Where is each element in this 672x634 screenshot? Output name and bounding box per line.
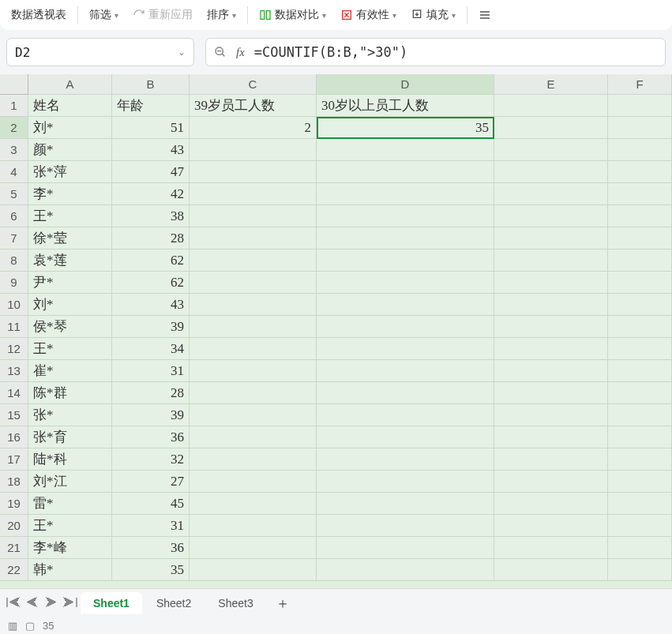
row-header[interactable]: 7 [0,227,28,249]
cell[interactable] [190,559,317,581]
fill-button[interactable]: 填充 ▾ [406,5,460,25]
column-header[interactable]: E [494,74,608,95]
cell[interactable] [608,205,672,227]
cell[interactable] [317,404,494,426]
row-header[interactable]: 22 [0,559,28,581]
cell[interactable] [317,537,494,559]
cell[interactable] [608,272,672,294]
cell[interactable] [317,559,494,581]
cell[interactable] [317,471,494,493]
cell[interactable]: 2 [190,117,317,139]
cell[interactable] [494,95,608,117]
cell[interactable] [317,272,494,294]
cell[interactable] [190,183,317,205]
row-header[interactable]: 5 [0,183,28,205]
cell[interactable]: 张* [28,404,112,426]
cell[interactable] [608,515,672,537]
cell[interactable]: 韩* [28,559,112,581]
cell[interactable] [190,294,317,316]
cell[interactable]: 39岁员工人数 [190,95,317,117]
cell[interactable] [494,227,608,249]
cell[interactable] [494,448,608,471]
cell[interactable] [494,249,608,272]
cell[interactable]: 28 [112,227,190,249]
last-sheet-button[interactable]: ⮞I [62,595,79,612]
cell[interactable] [494,117,608,139]
cell[interactable]: 徐*莹 [28,227,112,249]
cell[interactable] [190,161,317,183]
zoom-out-icon[interactable] [214,46,227,58]
cell[interactable] [317,205,494,227]
row-header[interactable]: 6 [0,205,28,227]
cell[interactable]: 43 [112,294,190,316]
cell[interactable]: 王* [28,205,112,227]
cell[interactable]: 刘*江 [28,471,112,493]
cell[interactable] [494,537,608,559]
cell[interactable] [608,426,672,448]
cell[interactable]: 年龄 [112,95,190,117]
cell[interactable]: 刘* [28,294,112,316]
add-sheet-button[interactable]: ＋ [268,591,298,616]
cell[interactable] [190,404,317,426]
cell[interactable] [608,448,672,471]
cell[interactable] [190,448,317,471]
cell[interactable]: 62 [112,249,190,272]
cell[interactable] [608,382,672,404]
row-header[interactable]: 12 [0,338,28,360]
cell[interactable] [608,227,672,249]
cell[interactable]: 47 [112,161,190,183]
cell[interactable]: 39 [112,404,190,426]
row-header[interactable]: 11 [0,316,28,338]
cell[interactable] [190,139,317,161]
formula-bar[interactable]: fx =COUNTIF(B:B,">30") [205,38,666,66]
sheet-tab[interactable]: Sheet3 [205,592,265,614]
cell[interactable] [494,360,608,382]
cell[interactable] [608,161,672,183]
cell[interactable] [317,338,494,360]
cell[interactable] [608,338,672,360]
cell[interactable] [190,316,317,338]
cell[interactable]: 31 [112,515,190,537]
cell[interactable] [494,294,608,316]
cell[interactable]: 张*育 [28,426,112,448]
spreadsheet-grid[interactable]: ABCDEF1姓名年龄39岁员工人数30岁以上员工人数2刘*512353颜*43… [0,74,672,588]
cell[interactable] [190,205,317,227]
cell[interactable]: 35 [317,117,494,139]
cell[interactable] [190,227,317,249]
formula-input[interactable]: =COUNTIF(B:B,">30") [254,44,657,60]
cell[interactable] [317,382,494,404]
cell[interactable]: 袁*莲 [28,249,112,272]
validity-button[interactable]: 有效性 ▾ [336,5,401,25]
data-compare-button[interactable]: 数据对比 ▾ [254,5,331,25]
cell[interactable] [317,448,494,471]
cell[interactable] [317,183,494,205]
pivot-table-button[interactable]: 数据透视表 [6,5,71,25]
cell[interactable] [190,272,317,294]
cell[interactable] [190,515,317,537]
filter-button[interactable]: 筛选 ▾ [84,5,123,25]
cell[interactable]: 李*峰 [28,537,112,559]
cell[interactable]: 31 [112,360,190,382]
cell[interactable]: 28 [112,382,190,404]
reapply-button[interactable]: 重新应用 [128,5,197,25]
first-sheet-button[interactable]: I⮜ [5,595,22,612]
cell[interactable] [608,537,672,559]
row-header[interactable]: 16 [0,426,28,448]
cell[interactable] [494,382,608,404]
row-header[interactable]: 10 [0,294,28,316]
cell[interactable]: 崔* [28,360,112,382]
row-header[interactable]: 9 [0,272,28,294]
cell[interactable] [494,205,608,227]
cell[interactable] [494,316,608,338]
row-header[interactable]: 19 [0,493,28,515]
cell[interactable] [608,404,672,426]
cell[interactable] [608,316,672,338]
row-header[interactable]: 13 [0,360,28,382]
cell[interactable]: 姓名 [28,95,112,117]
cell[interactable] [608,493,672,515]
cell[interactable]: 34 [112,338,190,360]
cell[interactable] [317,249,494,272]
cell[interactable] [494,183,608,205]
cell[interactable] [608,360,672,382]
cell[interactable] [494,426,608,448]
